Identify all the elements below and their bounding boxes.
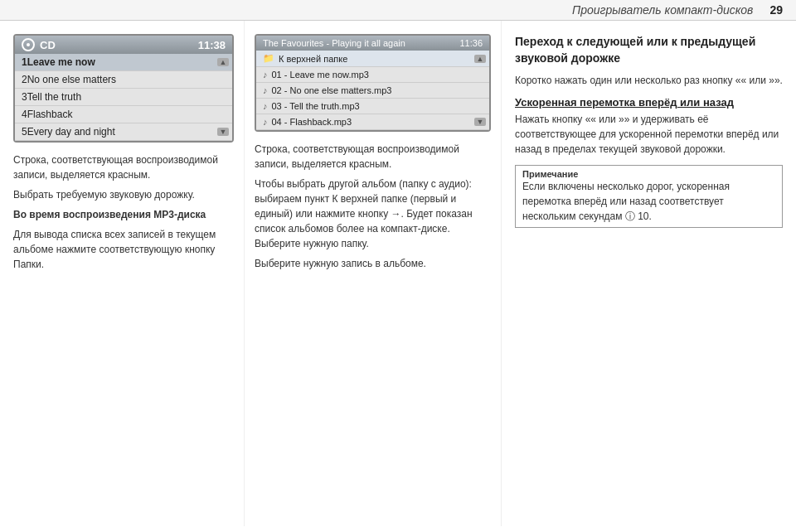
middle-panel: The Favourites - Playing it all again 11… [245,21,502,526]
right-section-1-title: Ускоренная перемотка вперёд или назад [515,96,783,109]
music-icon-1 [263,70,268,80]
file-name-2: 02 - No one else matters.mp3 [272,85,392,95]
cd-label: CD [22,38,56,51]
chapter-title: Проигрыватель компакт-дисков [572,3,753,17]
right-section-1: Ускоренная перемотка вперёд или назад На… [515,96,783,157]
cd-time: 11:38 [198,39,226,51]
folder-name: К верхней папке [279,54,347,64]
track-item-4[interactable]: 4 Flashback [15,106,232,123]
music-icon-4 [263,117,268,127]
file-widget-title: The Favourites - Playing it all again [263,38,405,48]
track-number: 1 [22,56,27,68]
scroll-up[interactable]: ▲ [217,58,229,66]
mid-text-1: Строка, соответствующая вос­производимой… [255,142,491,172]
file-item-4[interactable]: 04 - Flashback.mp3 ▼ [256,114,489,130]
page-header: Проигрыватель компакт-дисков 29 [0,0,796,21]
mid-text-2: Чтобы выбрать другой альбом (папку с ауд… [255,177,491,251]
cd-player-widget: CD 11:38 1 Leave me now ▲ 2 No one else … [13,34,234,143]
file-name-3: 03 - Tell the truth.mp3 [272,101,360,111]
note-title: Примечание [522,169,775,179]
left-text-4: Для вывода списка всех записей в текущем… [13,227,234,272]
music-icon-2 [263,85,268,95]
file-browser-widget: The Favourites - Playing it all again 11… [255,34,491,132]
music-icon-3 [263,101,268,111]
cd-text: CD [40,39,56,51]
note-box: Примечание Если включены несколько дорог… [515,165,783,228]
file-item-2[interactable]: 02 - No one else matters.mp3 [256,83,489,99]
track-list: 1 Leave me now ▲ 2 No one else matters 3… [15,54,232,141]
right-panel: Переход к следующей или к предыдущей зву… [502,21,796,526]
left-panel: CD 11:38 1 Leave me now ▲ 2 No one else … [0,21,245,526]
scroll-arrows[interactable]: ▲ [217,58,229,66]
file-widget-header: The Favourites - Playing it all again 11… [256,36,489,51]
right-main-heading: Переход к следующей или к предыдущей зву… [515,34,783,66]
track-item-3[interactable]: 3 Tell the truth [15,89,232,106]
file-item-3[interactable]: 03 - Tell the truth.mp3 [256,99,489,114]
right-heading-text: Коротко нажать один или несколько раз кн… [515,73,783,88]
track-number: 3 [22,91,27,103]
cd-widget-header: CD 11:38 [15,36,232,54]
left-text-3-title: Во время воспроизведения МР3-диска [13,209,206,220]
file-name-4: 04 - Flashback.mp3 [272,117,352,127]
scroll-up-file[interactable]: ▲ [474,55,486,63]
track-name: Leave me now [27,56,95,68]
track-item-5[interactable]: 5 Every day and night ▼ [15,123,232,141]
main-content: CD 11:38 1 Leave me now ▲ 2 No one else … [0,21,796,526]
track-name: Tell the truth [27,91,81,103]
track-number: 2 [22,74,27,85]
left-text-1: Строка, соответствующая вос­производимой… [13,152,234,182]
track-number: 5 [22,126,27,138]
scroll-down-file[interactable]: ▼ [474,118,486,126]
folder-icon [263,53,274,64]
file-item-1[interactable]: 01 - Leave me now.mp3 [256,67,489,83]
track-name: Every day and night [27,126,115,138]
track-number: 4 [22,109,27,120]
middle-panel-text: Строка, соответствующая вос­производимой… [255,142,491,276]
left-text-2: Выбрать требуемую звуковую до­рожку. [13,187,234,202]
scroll-down[interactable]: ▼ [217,128,229,136]
track-name: No one else matters [27,74,116,85]
file-item-folder[interactable]: К верхней папке ▲ [256,51,489,67]
scroll-arrows-bottom[interactable]: ▼ [217,128,229,136]
page-number: 29 [769,3,783,17]
right-section-1-text: Нажать кнопку «« или »» и удерживать её … [515,112,783,157]
left-panel-text: Строка, соответствующая вос­производимой… [13,152,234,277]
track-name: Flashback [27,109,73,120]
mid-text-3: Выберите нужную запись в аль­боме. [255,256,491,271]
note-text: Если включены несколько дорог, ускоренна… [522,179,775,224]
file-list: К верхней папке ▲ 01 - Leave me now.mp3 … [256,51,489,130]
cd-icon [22,38,35,51]
file-widget-time: 11:36 [459,38,483,48]
track-item-2[interactable]: 2 No one else matters [15,71,232,89]
right-section-heading: Переход к следующей или к предыдущей зву… [515,34,783,88]
track-item-1[interactable]: 1 Leave me now ▲ [15,54,232,71]
file-name-1: 01 - Leave me now.mp3 [272,70,369,80]
